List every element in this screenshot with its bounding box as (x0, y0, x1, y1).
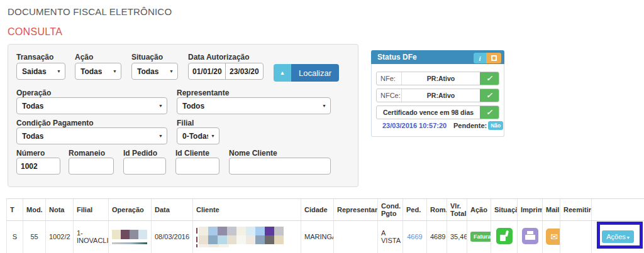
header-filial: Filial (74, 199, 109, 221)
cell-data: 08/03/2016 (152, 221, 193, 253)
id-cliente-input[interactable] (175, 158, 219, 175)
header-acao: Ação (467, 199, 491, 221)
header-operacao: Operação (109, 199, 152, 221)
condicao-pagamento-value: Todas (22, 132, 43, 141)
operacao-select[interactable]: Todas ▼ (16, 97, 167, 114)
header-t: T (7, 199, 23, 221)
id-cliente-label: Id Cliente (175, 149, 209, 158)
header-cond-pgto: Cond. Pgto (378, 199, 403, 221)
nfe-check-button[interactable]: ✓ (480, 72, 499, 85)
chevron-down-icon: ▼ (158, 134, 163, 138)
status-row-nfe: NFe: PR:Ativo ✓ (376, 72, 499, 85)
cell-ped: 4669 (403, 221, 427, 253)
cell-cidade: MARINGA (301, 221, 334, 253)
caret-up-icon: ▲ (280, 70, 286, 76)
collapse-toggle-button[interactable]: ▲ (274, 64, 291, 82)
certificado-check-button[interactable]: ✓ (480, 106, 499, 119)
faturar-button[interactable]: Faturar (470, 232, 491, 242)
transacao-label: Transação (16, 53, 53, 62)
header-mail: Mail (543, 199, 560, 221)
table-row: S 55 1002/2 1-INOVACLICK 08/03/2016 (7, 221, 644, 253)
header-cidade: Cidade (301, 199, 334, 221)
header-mod: Mod. (23, 199, 46, 221)
info-icon: i (479, 55, 480, 62)
cell-operacao (109, 221, 152, 253)
status-dfe-header: Status DFe i (371, 50, 504, 64)
cell-cond-pgto: A VISTA (378, 221, 403, 253)
cell-reemitir (560, 221, 592, 253)
cell-situacao (491, 221, 518, 253)
nome-cliente-label: Nome Cliente (229, 149, 277, 158)
chevron-down-icon: ▼ (57, 69, 61, 73)
header-reemitir: Reemitir (560, 199, 592, 221)
representante-label: Representante (177, 89, 229, 97)
chevron-down-icon: ▼ (113, 69, 117, 73)
pedido-link[interactable]: 4669 (407, 233, 422, 240)
printer-icon (527, 231, 533, 234)
imprimir-button[interactable] (522, 228, 538, 244)
numero-label: Número (16, 149, 45, 158)
id-pedido-input[interactable] (123, 158, 166, 175)
header-cliente: Cliente (193, 199, 301, 221)
filial-select[interactable]: 0-Todas ▼ (177, 127, 219, 144)
localizar-button-label: Localizar (299, 68, 331, 78)
check-icon: ✓ (486, 91, 492, 100)
situacao-label: Situação (131, 53, 163, 62)
acao-select[interactable]: Todas ▼ (75, 63, 121, 80)
page-title: DOCUMENTO FISCAL ELETRÔNICO (8, 6, 172, 17)
data-autorizacao-to-input[interactable] (225, 63, 264, 80)
cliente-redacted-image (196, 227, 297, 247)
nfe-status-value: PR:Ativo (402, 72, 480, 85)
header-representante: Representante (334, 199, 378, 221)
cell-imprimir (518, 221, 543, 253)
data-autorizacao-from-input[interactable] (188, 63, 226, 80)
romaneio-input[interactable] (69, 158, 114, 175)
condicao-pagamento-select[interactable]: Todas ▼ (16, 127, 167, 144)
header-data: Data (152, 199, 193, 221)
cell-t: S (7, 221, 23, 253)
header-situacao: Situação (491, 199, 518, 221)
check-icon: ✓ (486, 108, 492, 117)
numero-input[interactable] (16, 158, 60, 175)
transacao-select[interactable]: Saidas ▼ (16, 63, 65, 80)
representante-select[interactable]: Todos ▼ (177, 97, 331, 114)
header-vlr-total: Vlr. Total (447, 199, 467, 221)
nfce-label: NFCe: (377, 89, 402, 102)
acoes-button[interactable]: Ações▾ (602, 230, 634, 243)
filial-value: 0-Todas (182, 132, 208, 141)
pendente-group: Pendente: Não (453, 121, 503, 130)
situacao-value: Todas (137, 67, 158, 76)
cell-nota: 1002/2 (46, 221, 74, 253)
chevron-down-icon: ▾ (627, 235, 630, 240)
nome-cliente-input[interactable] (229, 158, 331, 175)
header-blank (592, 199, 644, 221)
status-dfe-title: Status DFe (377, 50, 417, 64)
status-timestamp: 23/03/2016 10:57:20 (382, 122, 447, 129)
pendente-badge: Não (488, 121, 503, 130)
operacao-label: Operação (16, 89, 51, 97)
mail-button[interactable]: ✉ (546, 229, 560, 245)
collapse-panel-button[interactable] (486, 53, 501, 63)
cell-acoes: Ações▾ (592, 221, 644, 253)
nfe-label: NFe: (377, 72, 402, 85)
info-button[interactable]: i (474, 53, 486, 63)
representante-value: Todos (182, 102, 204, 110)
situacao-select[interactable]: Todas ▼ (131, 63, 178, 80)
square-icon (491, 55, 497, 61)
localizar-button[interactable]: Localizar (291, 64, 339, 82)
chevron-down-icon: ▼ (158, 104, 163, 108)
cell-mod: 55 (23, 221, 46, 253)
cell-filial: 1-INOVACLICK (74, 221, 109, 253)
filial-label: Filial (177, 119, 194, 127)
nfce-check-button[interactable]: ✓ (480, 89, 499, 102)
cell-mail: ✉ (543, 221, 560, 253)
header-ped: Ped. (403, 199, 427, 221)
nfce-status-value: PR:Ativo (402, 89, 480, 102)
transacao-value: Saidas (22, 67, 47, 76)
operacao-redacted-line (112, 242, 147, 244)
header-imprimir: Imprimir (518, 199, 543, 221)
check-icon: ✓ (486, 74, 492, 83)
status-row-nfce: NFCe: PR:Ativo ✓ (376, 89, 499, 102)
filter-panel: Transação Saidas ▼ Ação Todas ▼ Situação… (8, 44, 358, 187)
situacao-status-button[interactable] (496, 228, 513, 244)
